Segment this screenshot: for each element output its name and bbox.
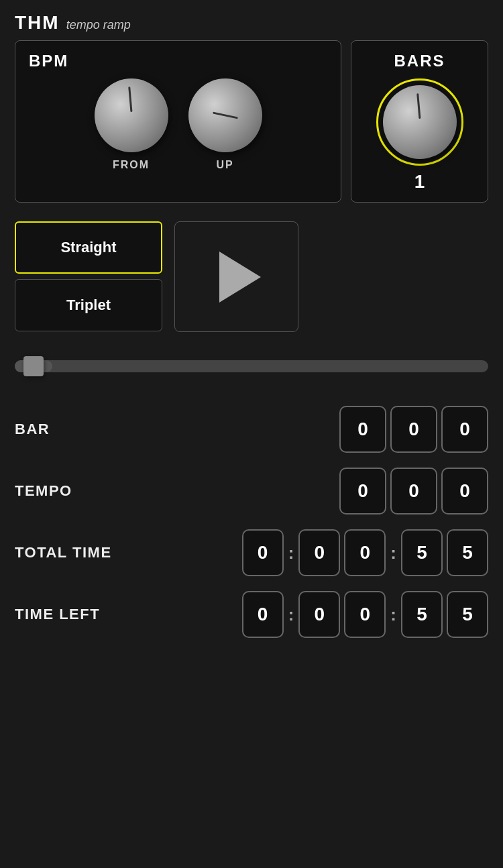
time-left-digit-4: 5 [447, 591, 488, 638]
time-left-colon-1: : [288, 604, 294, 625]
data-section: BAR 0 0 0 TEMPO 0 0 [15, 403, 488, 641]
bar-digit-0: 0 [339, 406, 386, 453]
total-time-digit-0: 0 [242, 529, 284, 576]
from-knob-indicator [128, 87, 132, 112]
bars-label: BARS [394, 52, 445, 70]
time-left-digit-3: 5 [401, 591, 443, 638]
from-label: FROM [113, 159, 150, 171]
slider-track[interactable] [15, 360, 488, 372]
total-time-colon-2: : [390, 543, 396, 563]
total-time-digit-4: 5 [447, 529, 488, 576]
bars-knob[interactable] [383, 85, 457, 159]
bpm-panel: BPM FROM UP [15, 40, 341, 203]
app-header: THM tempo ramp [0, 0, 503, 40]
total-time-digit-2: 0 [344, 529, 386, 576]
play-icon [219, 252, 261, 303]
bar-row: BAR 0 0 0 [15, 403, 488, 455]
total-time-label: TOTAL TIME [15, 544, 122, 561]
bars-knob-border [376, 78, 463, 166]
tempo-digit-0: 0 [339, 468, 386, 514]
bars-panel: BARS 1 [351, 40, 488, 203]
knobs-row: FROM UP [29, 78, 327, 171]
bar-label: BAR [15, 421, 122, 438]
total-time-digits: 0 : 0 0 : 5 5 [242, 529, 488, 576]
bars-knob-indicator [416, 93, 421, 119]
mode-buttons: Straight Triplet [15, 221, 162, 331]
from-knob-wrapper: FROM [95, 78, 168, 171]
triplet-button[interactable]: Triplet [15, 279, 162, 331]
bar-digit-1: 0 [390, 406, 437, 453]
up-label: UP [216, 159, 233, 171]
tempo-label: TEMPO [15, 482, 122, 500]
slider-thumb[interactable] [23, 356, 44, 376]
app-title: THM [15, 12, 60, 34]
top-row: BPM FROM UP BARS [15, 40, 488, 203]
time-left-digit-0: 0 [242, 591, 284, 638]
play-button[interactable] [174, 221, 298, 332]
tempo-digits: 0 0 0 [339, 468, 488, 514]
slider-section [15, 354, 488, 379]
straight-button[interactable]: Straight [15, 221, 162, 274]
bar-digit-2: 0 [441, 406, 488, 453]
time-left-digit-2: 0 [344, 591, 386, 638]
from-knob[interactable] [95, 78, 168, 152]
time-left-label: TIME LEFT [15, 606, 122, 623]
total-time-digit-1: 0 [298, 529, 340, 576]
total-time-digit-3: 5 [401, 529, 443, 576]
tempo-digit-2: 0 [441, 468, 488, 514]
total-time-row: TOTAL TIME 0 : 0 0 : 5 5 [15, 527, 488, 579]
tempo-digit-1: 0 [390, 468, 437, 514]
bpm-label: BPM [29, 52, 327, 70]
up-knob-wrapper: UP [188, 78, 262, 171]
tempo-row: TEMPO 0 0 0 [15, 465, 488, 517]
time-left-digits: 0 : 0 0 : 5 5 [242, 591, 488, 638]
app-subtitle: tempo ramp [66, 18, 131, 32]
time-left-colon-2: : [390, 604, 396, 625]
bar-digits: 0 0 0 [339, 406, 488, 453]
bars-value: 1 [414, 171, 425, 193]
controls-row: Straight Triplet [15, 221, 488, 332]
total-time-colon-1: : [288, 543, 294, 563]
up-knob-indicator [213, 112, 238, 119]
time-left-row: TIME LEFT 0 : 0 0 : 5 5 [15, 588, 488, 641]
up-knob[interactable] [188, 78, 262, 152]
main-content: BPM FROM UP BARS [0, 40, 503, 641]
time-left-digit-1: 0 [298, 591, 340, 638]
